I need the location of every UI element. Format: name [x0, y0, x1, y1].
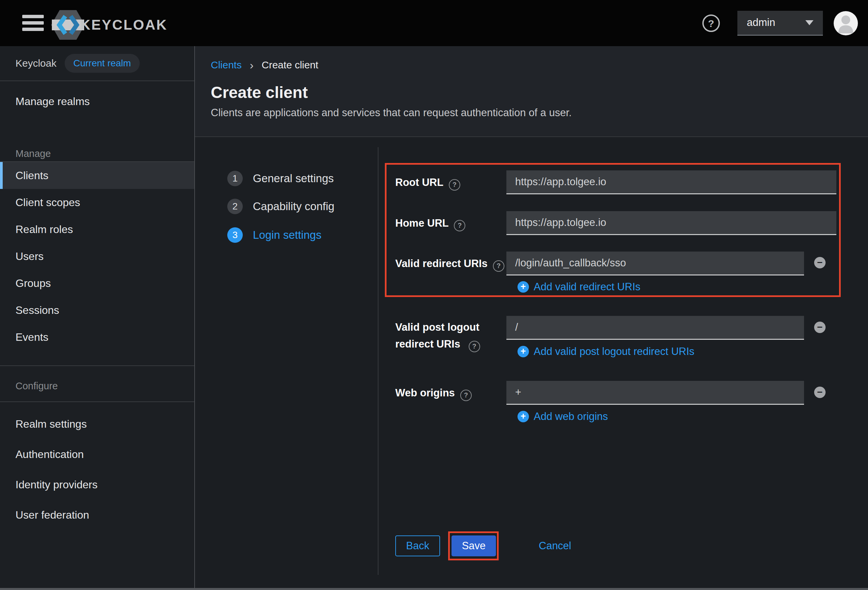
user-dropdown[interactable]: admin — [737, 11, 823, 36]
sidebar-group-configure: Configure — [0, 378, 194, 394]
add-link-text: Add valid post logout redirect URIs — [534, 346, 694, 358]
sidebar-item-client-scopes[interactable]: Client scopes — [0, 189, 194, 216]
add-valid-redirect-uris-button[interactable]: + Add valid redirect URIs — [518, 280, 641, 294]
person-icon — [834, 11, 858, 35]
sidebar-nav-manage: Clients Client scopes Realm roles Users … — [0, 162, 194, 350]
valid-post-logout-label-text: Valid post logout redirect URIs — [395, 321, 480, 350]
keycloak-logo-icon — [51, 9, 85, 41]
wizard-step-general-settings[interactable]: 1 General settings — [227, 171, 334, 186]
back-button[interactable]: Back — [395, 535, 440, 556]
sidebar-item-groups[interactable]: Groups — [0, 270, 194, 297]
home-url-label-text: Home URL — [395, 217, 449, 229]
sidebar-group-manage: Manage — [0, 146, 194, 161]
sidebar-item-realm-roles[interactable]: Realm roles — [0, 216, 194, 243]
step-label: Login settings — [253, 227, 322, 243]
brand-text: KEYCLOAK — [80, 17, 168, 33]
breadcrumb-chevron-icon: › — [250, 59, 254, 72]
wizard-step-capability-config[interactable]: 2 Capability config — [227, 199, 334, 214]
home-url-label: Home URL? — [395, 211, 465, 235]
help-icon[interactable]: ? — [469, 341, 480, 352]
valid-redirect-uris-label: Valid redirect URIs? — [395, 251, 504, 275]
divider — [0, 80, 194, 81]
add-link-text: Add web origins — [534, 411, 608, 423]
sidebar-item-events[interactable]: Events — [0, 324, 194, 350]
current-realm-badge: Current realm — [65, 54, 140, 73]
sidebar-item-users[interactable]: Users — [0, 243, 194, 270]
remove-web-origin-icon[interactable]: − — [814, 387, 825, 398]
help-icon[interactable]: ? — [702, 15, 720, 32]
divider — [0, 365, 194, 366]
home-url-input[interactable] — [506, 211, 836, 235]
cancel-button[interactable]: Cancel — [539, 535, 571, 556]
web-origins-input[interactable] — [506, 381, 804, 405]
window-bottom-edge — [0, 588, 868, 590]
page-subtitle: Clients are applications and services th… — [211, 107, 572, 119]
save-button[interactable]: Save — [452, 535, 496, 556]
realm-name: Keycloak — [15, 58, 56, 69]
add-web-origins-button[interactable]: + Add web origins — [518, 410, 608, 423]
root-url-input[interactable] — [506, 170, 836, 194]
help-icon[interactable]: ? — [449, 179, 460, 191]
sidebar-item-realm-settings[interactable]: Realm settings — [0, 409, 194, 439]
help-icon[interactable]: ? — [454, 220, 465, 231]
divider — [378, 147, 378, 575]
remove-post-logout-uri-icon[interactable]: − — [814, 322, 825, 333]
hamburger-menu-icon[interactable] — [22, 15, 44, 31]
user-dropdown-label: admin — [747, 16, 775, 29]
sidebar-item-identity-providers[interactable]: Identity providers — [0, 469, 194, 500]
remove-redirect-uri-icon[interactable]: − — [814, 257, 825, 268]
sidebar-nav-configure: Realm settings Authentication Identity p… — [0, 409, 194, 530]
plus-circle-icon: + — [518, 346, 529, 357]
sidebar-item-authentication[interactable]: Authentication — [0, 439, 194, 469]
topbar-right: ? admin — [702, 0, 868, 46]
valid-redirect-uris-input[interactable] — [506, 251, 804, 275]
sidebar-item-manage-realms[interactable]: Manage realms — [0, 88, 194, 115]
keycloak-admin-console: KEYCLOAK ? admin Keycloak Current realm … — [0, 0, 868, 590]
plus-circle-icon: + — [518, 411, 529, 422]
avatar[interactable] — [834, 11, 858, 35]
chevron-down-icon — [805, 20, 813, 25]
breadcrumb-clients-link[interactable]: Clients — [211, 59, 242, 71]
help-icon[interactable]: ? — [493, 260, 504, 272]
help-icon[interactable]: ? — [460, 390, 472, 401]
main-content: Clients › Create client Create client Cl… — [195, 46, 868, 590]
web-origins-label-text: Web origins — [395, 387, 455, 399]
valid-post-logout-redirect-uris-input[interactable] — [506, 316, 804, 340]
step-label: Capability config — [253, 199, 334, 214]
step-number: 2 — [227, 199, 243, 214]
root-url-label-text: Root URL — [395, 176, 443, 188]
sidebar-item-clients[interactable]: Clients — [0, 162, 194, 189]
divider — [0, 401, 194, 402]
page-title: Create client — [211, 83, 308, 102]
valid-redirect-uris-label-text: Valid redirect URIs — [395, 257, 487, 269]
topbar: KEYCLOAK ? admin — [0, 0, 868, 46]
realm-switcher[interactable]: Keycloak Current realm — [0, 46, 194, 80]
sidebar: Keycloak Current realm Manage realms Man… — [0, 46, 195, 590]
page-header: Clients › Create client Create client Cl… — [195, 46, 868, 137]
sidebar-item-sessions[interactable]: Sessions — [0, 297, 194, 324]
add-link-text: Add valid redirect URIs — [534, 281, 641, 293]
sidebar-item-user-federation[interactable]: User federation — [0, 500, 194, 530]
root-url-label: Root URL? — [395, 170, 460, 194]
web-origins-label: Web origins? — [395, 381, 472, 405]
plus-circle-icon: + — [518, 281, 529, 293]
step-label: General settings — [253, 171, 334, 186]
breadcrumb: Clients › Create client — [211, 59, 318, 71]
valid-post-logout-redirect-uris-label: Valid post logout redirect URIs ? — [395, 319, 483, 353]
add-valid-post-logout-redirect-uris-button[interactable]: + Add valid post logout redirect URIs — [518, 345, 694, 358]
keycloak-logo: KEYCLOAK — [51, 9, 168, 41]
step-number: 3 — [227, 227, 243, 243]
step-number: 1 — [227, 171, 243, 186]
wizard-step-login-settings[interactable]: 3 Login settings — [227, 227, 322, 243]
breadcrumb-current: Create client — [261, 59, 318, 71]
